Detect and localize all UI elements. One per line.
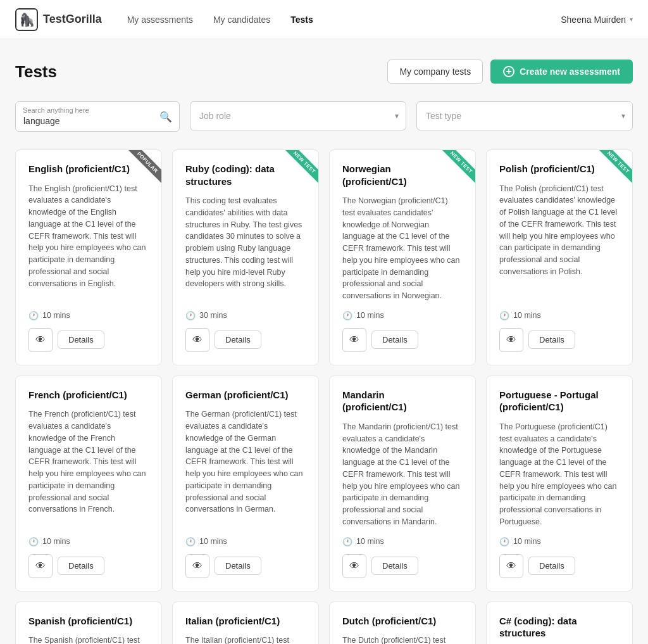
test-card: NEW TEST Polish (proficient/C1) The Poli… xyxy=(486,149,633,365)
plus-icon: + xyxy=(503,66,514,77)
create-assessment-button[interactable]: + Create new assessment xyxy=(490,60,633,84)
card-duration: 🕐 10 mins xyxy=(185,537,306,546)
test-card: German (proficient/C1) The German (profi… xyxy=(172,376,319,591)
duration-label: 10 mins xyxy=(513,537,541,546)
job-role-dropdown[interactable]: Job role xyxy=(190,101,406,130)
card-description: The German (proficient/C1) test evaluate… xyxy=(185,408,306,527)
card-description: The French (proficient/C1) test evaluate… xyxy=(28,408,149,527)
card-duration: 🕐 30 mins xyxy=(185,311,306,320)
logo[interactable]: 🦍 TestGorilla xyxy=(15,8,102,31)
details-button[interactable]: Details xyxy=(371,557,418,575)
user-menu-chevron-icon: ▾ xyxy=(630,16,633,23)
main-nav: My assessments My candidates Tests xyxy=(127,12,561,27)
card-description: The Italian (proficient/C1) test evaluat… xyxy=(185,635,306,644)
card-badge-label: POPULAR xyxy=(126,150,161,184)
details-button[interactable]: Details xyxy=(58,331,104,349)
duration-label: 10 mins xyxy=(513,311,541,320)
card-title: C# (coding): data structures xyxy=(499,615,620,640)
card-duration: 🕐 10 mins xyxy=(499,311,620,320)
card-description: The Polish (proficient/C1) test evaluate… xyxy=(499,183,620,302)
details-button[interactable]: Details xyxy=(58,557,104,575)
logo-icon: 🦍 xyxy=(15,8,38,31)
test-type-select: Test type ▾ xyxy=(416,101,633,130)
card-duration: 🕐 10 mins xyxy=(28,311,149,320)
test-type-dropdown[interactable]: Test type xyxy=(416,101,633,130)
main-header: 🦍 TestGorilla My assessments My candidat… xyxy=(0,0,648,39)
test-card: Italian (proficient/C1) The Italian (pro… xyxy=(172,602,319,645)
details-button[interactable]: Details xyxy=(371,331,418,349)
card-duration: 🕐 10 mins xyxy=(342,537,463,546)
test-card: Mandarin (proficient/C1) The Mandarin (p… xyxy=(329,376,476,591)
details-button[interactable]: Details xyxy=(528,331,575,349)
card-description: The Dutch (proficient/C1) test evaluates… xyxy=(342,635,463,644)
card-badge-label: NEW TEST xyxy=(597,150,632,184)
my-company-tests-button[interactable]: My company tests xyxy=(387,60,483,84)
page-title: Tests xyxy=(15,62,57,82)
nav-tests[interactable]: Tests xyxy=(290,12,313,27)
logo-text: TestGorilla xyxy=(43,13,102,26)
card-title: Dutch (proficient/C1) xyxy=(342,615,463,628)
card-description: The Norwegian (proficient/C1) test evalu… xyxy=(342,195,463,302)
duration-label: 10 mins xyxy=(356,311,384,320)
search-input[interactable] xyxy=(15,101,180,132)
test-card: French (proficient/C1) The French (profi… xyxy=(15,376,162,591)
card-duration: 🕐 10 mins xyxy=(342,311,463,320)
card-title: Italian (proficient/C1) xyxy=(185,615,306,628)
card-badge: POPULAR xyxy=(123,150,161,188)
preview-button[interactable]: 👁 xyxy=(28,328,53,352)
test-card: Dutch (proficient/C1) The Dutch (profici… xyxy=(329,602,476,645)
duration-label: 30 mins xyxy=(199,311,227,320)
nav-my-candidates[interactable]: My candidates xyxy=(213,12,270,27)
duration-label: 10 mins xyxy=(42,537,70,546)
card-title: French (proficient/C1) xyxy=(28,389,149,401)
preview-button[interactable]: 👁 xyxy=(185,328,209,352)
preview-button[interactable]: 👁 xyxy=(499,328,523,352)
card-title: German (proficient/C1) xyxy=(185,389,306,401)
create-assessment-label: Create new assessment xyxy=(520,66,620,77)
test-cards-grid: POPULAR English (proficient/C1) The Engl… xyxy=(15,149,633,644)
test-card: C# (coding): data structures This C# cod… xyxy=(486,602,633,645)
page-header: Tests My company tests + Create new asse… xyxy=(15,60,633,84)
preview-button[interactable]: 👁 xyxy=(499,554,523,578)
card-actions: 👁 Details xyxy=(499,554,620,578)
card-actions: 👁 Details xyxy=(499,328,620,352)
card-badge: NEW TEST xyxy=(437,150,475,188)
card-actions: 👁 Details xyxy=(342,554,463,578)
details-button[interactable]: Details xyxy=(528,557,575,575)
card-actions: 👁 Details xyxy=(28,554,149,578)
header-actions: My company tests + Create new assessment xyxy=(387,60,633,84)
duration-label: 10 mins xyxy=(356,537,384,546)
job-role-select: Job role ▾ xyxy=(190,101,406,130)
card-duration: 🕐 10 mins xyxy=(499,537,620,546)
preview-button[interactable]: 👁 xyxy=(342,554,366,578)
preview-button[interactable]: 👁 xyxy=(342,328,366,352)
card-badge-label: NEW TEST xyxy=(283,150,318,184)
card-description: The English (proficient/C1) test evaluat… xyxy=(28,183,149,302)
card-description: The Mandarin (proficient/C1) test evalua… xyxy=(342,421,463,528)
card-badge: NEW TEST xyxy=(280,150,318,188)
card-title: Portuguese - Portugal (proficient/C1) xyxy=(499,389,620,414)
search-icon: 🔍 xyxy=(159,111,172,123)
card-actions: 👁 Details xyxy=(342,328,463,352)
test-card: Portuguese - Portugal (proficient/C1) Th… xyxy=(486,376,633,591)
test-card: NEW TEST Norwegian (proficient/C1) The N… xyxy=(329,149,476,365)
clock-icon: 🕐 xyxy=(28,537,39,546)
search-field: Search anything here 🔍 xyxy=(15,101,180,132)
filters-row: Search anything here 🔍 Job role ▾ Test t… xyxy=(15,101,633,132)
card-description: The Spanish (proficient/C1) test evaluat… xyxy=(28,635,149,644)
card-actions: 👁 Details xyxy=(185,554,306,578)
clock-icon: 🕐 xyxy=(499,311,509,320)
test-card: NEW TEST Ruby (coding): data structures … xyxy=(172,149,319,365)
card-title: Mandarin (proficient/C1) xyxy=(342,389,463,414)
user-menu[interactable]: Sheena Muirden ▾ xyxy=(561,15,633,25)
card-description: The Portuguese (proficient/C1) test eval… xyxy=(499,421,620,528)
card-actions: 👁 Details xyxy=(28,328,149,352)
details-button[interactable]: Details xyxy=(215,557,261,575)
preview-button[interactable]: 👁 xyxy=(28,554,53,578)
test-card: Spanish (proficient/C1) The Spanish (pro… xyxy=(15,602,162,645)
clock-icon: 🕐 xyxy=(342,537,352,546)
card-description: This coding test evaluates candidates' a… xyxy=(185,195,306,302)
preview-button[interactable]: 👁 xyxy=(185,554,209,578)
details-button[interactable]: Details xyxy=(215,331,261,349)
nav-my-assessments[interactable]: My assessments xyxy=(127,12,193,27)
